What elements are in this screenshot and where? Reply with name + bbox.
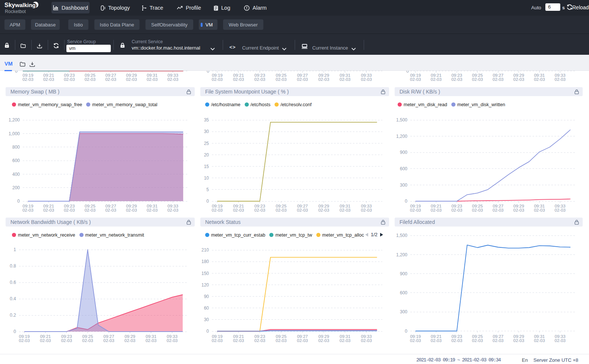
svg-text:09:19: 09:19 <box>212 204 223 208</box>
svg-text:0: 0 <box>206 199 209 204</box>
svg-text:09:19: 09:19 <box>410 334 421 339</box>
svg-text:900: 900 <box>400 271 407 276</box>
svg-text:09:31: 09:31 <box>147 73 158 77</box>
svg-text:02-03: 02-03 <box>361 77 372 82</box>
svg-text:02-03: 02-03 <box>451 208 462 212</box>
svg-text:1: 1 <box>13 247 16 252</box>
svg-text:09:29: 09:29 <box>125 334 135 339</box>
svg-text:02-03: 02-03 <box>513 338 524 343</box>
svg-text:02-03: 02-03 <box>430 77 441 82</box>
svg-text:02-03: 02-03 <box>64 208 75 212</box>
svg-text:09:29: 09:29 <box>126 73 137 77</box>
svg-text:0: 0 <box>17 199 20 204</box>
svg-text:09:19: 09:19 <box>410 204 421 208</box>
svg-text:09:21: 09:21 <box>40 334 51 339</box>
svg-text:09:27: 09:27 <box>106 73 116 77</box>
svg-text:09:31: 09:31 <box>534 204 545 208</box>
svg-text:09:19: 09:19 <box>23 204 34 208</box>
svg-text:02-03: 02-03 <box>451 77 462 82</box>
svg-text:09:23: 09:23 <box>451 204 462 208</box>
svg-text:09:33: 09:33 <box>167 73 178 77</box>
svg-text:02-03: 02-03 <box>22 208 33 212</box>
svg-text:02-03: 02-03 <box>534 77 545 82</box>
svg-text:02-03: 02-03 <box>147 208 157 212</box>
svg-text:09:21: 09:21 <box>43 204 54 208</box>
svg-text:30: 30 <box>204 317 209 322</box>
svg-text:02-03: 02-03 <box>493 338 504 343</box>
svg-text:02-03: 02-03 <box>410 77 421 82</box>
svg-text:20: 20 <box>204 152 209 158</box>
svg-text:25: 25 <box>204 141 209 146</box>
svg-text:02-03: 02-03 <box>410 338 421 343</box>
svg-text:180: 180 <box>201 259 209 264</box>
svg-text:02-03: 02-03 <box>472 77 483 82</box>
svg-text:0: 0 <box>206 329 209 334</box>
svg-text:09:27: 09:27 <box>106 204 116 208</box>
svg-text:09:29: 09:29 <box>319 73 329 77</box>
svg-text:02-03: 02-03 <box>233 208 244 212</box>
svg-text:02-03: 02-03 <box>534 208 545 212</box>
svg-text:35: 35 <box>204 117 209 123</box>
svg-text:09:23: 09:23 <box>254 73 265 77</box>
svg-text:02-03: 02-03 <box>430 338 441 343</box>
svg-text:02-03: 02-03 <box>254 338 265 343</box>
svg-text:02-03: 02-03 <box>318 208 329 212</box>
svg-text:02-03: 02-03 <box>430 208 441 212</box>
svg-text:09:21: 09:21 <box>431 334 442 339</box>
svg-text:09:33: 09:33 <box>361 73 372 77</box>
svg-text:02-03: 02-03 <box>40 338 51 343</box>
svg-text:400: 400 <box>12 172 20 177</box>
svg-text:15: 15 <box>204 164 209 169</box>
svg-text:09:29: 09:29 <box>126 204 137 208</box>
svg-text:09:29: 09:29 <box>513 204 524 208</box>
svg-text:02-03: 02-03 <box>126 208 137 212</box>
svg-text:09:27: 09:27 <box>493 73 504 77</box>
svg-text:09:25: 09:25 <box>472 73 483 77</box>
svg-text:09:31: 09:31 <box>340 73 351 77</box>
svg-text:600: 600 <box>400 290 407 295</box>
svg-text:09:21: 09:21 <box>233 73 244 77</box>
svg-text:1,500: 1,500 <box>396 117 407 123</box>
svg-text:0.8: 0.8 <box>10 263 16 269</box>
svg-text:09:31: 09:31 <box>147 204 158 208</box>
svg-text:02-03: 02-03 <box>212 338 223 343</box>
svg-text:02-03: 02-03 <box>85 208 95 212</box>
svg-text:09:23: 09:23 <box>64 204 75 208</box>
svg-text:09:21: 09:21 <box>431 204 442 208</box>
svg-text:09:25: 09:25 <box>85 204 95 208</box>
svg-text:02-03: 02-03 <box>339 338 350 343</box>
svg-text:02-03: 02-03 <box>85 77 95 82</box>
svg-text:02-03: 02-03 <box>451 338 462 343</box>
svg-text:0: 0 <box>13 329 16 334</box>
svg-text:02-03: 02-03 <box>472 208 483 212</box>
svg-text:09:31: 09:31 <box>340 204 351 208</box>
svg-text:02-03: 02-03 <box>276 208 286 212</box>
svg-text:1,200: 1,200 <box>396 134 407 139</box>
svg-text:02-03: 02-03 <box>105 208 116 212</box>
svg-text:02-03: 02-03 <box>297 208 308 212</box>
svg-text:09:29: 09:29 <box>513 73 524 77</box>
svg-text:09:25: 09:25 <box>85 73 95 77</box>
svg-text:02-03: 02-03 <box>276 338 286 343</box>
svg-text:02-03: 02-03 <box>410 208 421 212</box>
svg-text:1,000: 1,000 <box>9 131 20 136</box>
svg-text:02-03: 02-03 <box>254 77 265 82</box>
svg-text:09:27: 09:27 <box>297 334 308 339</box>
svg-text:02-03: 02-03 <box>167 338 178 343</box>
svg-text:09:25: 09:25 <box>472 204 483 208</box>
svg-text:02-03: 02-03 <box>534 338 545 343</box>
svg-text:09:31: 09:31 <box>534 73 545 77</box>
svg-text:09:31: 09:31 <box>146 334 157 339</box>
svg-text:02-03: 02-03 <box>145 338 156 343</box>
svg-text:09:29: 09:29 <box>319 204 329 208</box>
svg-text:02-03: 02-03 <box>493 208 504 212</box>
svg-text:09:33: 09:33 <box>555 73 565 77</box>
svg-text:10: 10 <box>204 175 209 181</box>
svg-text:09:27: 09:27 <box>493 204 504 208</box>
svg-text:0: 0 <box>405 329 407 334</box>
svg-text:0.4: 0.4 <box>10 296 16 301</box>
svg-text:02-03: 02-03 <box>125 338 135 343</box>
svg-text:09:21: 09:21 <box>233 334 244 339</box>
svg-text:09:33: 09:33 <box>361 334 372 339</box>
svg-text:600: 600 <box>12 158 20 163</box>
